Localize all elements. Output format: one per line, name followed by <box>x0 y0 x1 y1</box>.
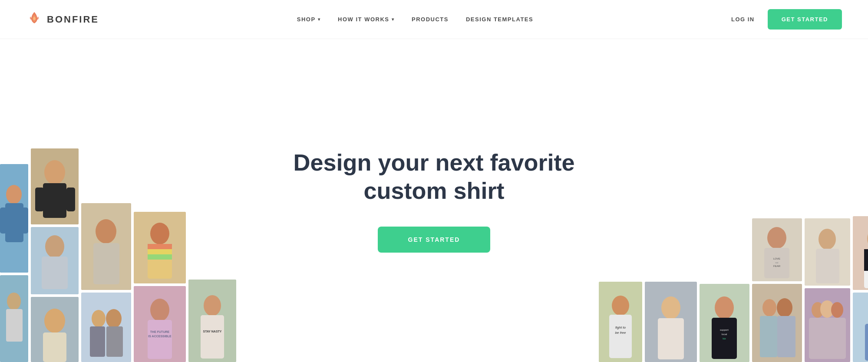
svg-point-34 <box>150 299 169 321</box>
nav-shop[interactable]: SHOP ▾ <box>297 16 320 23</box>
nav-get-started-button[interactable]: GET STARTED <box>768 9 842 30</box>
svg-rect-26 <box>106 326 123 357</box>
logo[interactable]: BONFIRE <box>26 11 99 28</box>
svg-rect-66 <box>777 316 795 357</box>
svg-rect-7 <box>6 309 23 342</box>
svg-rect-2 <box>5 203 23 242</box>
collage-col-5: STAY NASTY <box>188 280 236 362</box>
hero-section: THE FUTURE IS ACCESSIBLE STAY NASTY <box>0 39 868 362</box>
collage-col-r6 <box>853 216 868 362</box>
photo-r3: support local biz <box>700 284 749 362</box>
nav-actions: LOG IN GET STARTED <box>731 9 842 30</box>
svg-rect-21 <box>93 243 119 284</box>
svg-point-51 <box>715 296 734 319</box>
svg-rect-69 <box>816 249 839 283</box>
collage-col-r3: support local biz <box>700 284 749 362</box>
svg-point-17 <box>44 309 65 333</box>
photo-1 <box>0 164 28 273</box>
collage-col-r2 <box>645 282 697 362</box>
photo-r1: fight to be free <box>599 282 642 362</box>
photo-r7 <box>805 288 850 362</box>
svg-point-24 <box>106 309 122 328</box>
svg-point-73 <box>831 302 843 318</box>
svg-point-48 <box>661 296 680 319</box>
svg-point-39 <box>204 295 221 316</box>
svg-rect-11 <box>35 188 44 211</box>
photo-4 <box>31 227 79 294</box>
shop-chevron-icon: ▾ <box>318 17 321 22</box>
brand-name: BONFIRE <box>47 14 99 25</box>
svg-point-1 <box>6 185 22 204</box>
svg-text:support: support <box>720 329 729 331</box>
svg-rect-25 <box>90 326 105 357</box>
svg-text:IS ACCESSIBLE: IS ACCESSIBLE <box>148 335 172 338</box>
hero-content: Design your next favorite custom shirt G… <box>293 148 574 253</box>
collage-col-r1: fight to be free <box>599 282 642 362</box>
svg-text:FEAR: FEAR <box>773 265 781 267</box>
svg-rect-44 <box>609 315 632 358</box>
svg-point-68 <box>818 229 836 250</box>
nav-how-it-works[interactable]: HOW IT WORKS ▾ <box>338 16 394 23</box>
svg-point-64 <box>777 298 792 317</box>
navbar: BONFIRE SHOP ▾ HOW IT WORKS ▾ PRODUCTS D… <box>0 0 868 39</box>
svg-rect-10 <box>43 183 66 218</box>
svg-rect-12 <box>66 188 75 211</box>
svg-text:be free: be free <box>615 331 626 335</box>
photo-9: THE FUTURE IS ACCESSIBLE <box>134 286 186 362</box>
svg-point-43 <box>612 296 629 316</box>
svg-rect-65 <box>760 316 777 357</box>
svg-point-9 <box>44 160 65 184</box>
photo-r6 <box>805 218 850 286</box>
svg-rect-49 <box>658 318 684 359</box>
svg-rect-32 <box>148 254 172 260</box>
photo-7 <box>81 293 131 362</box>
svg-point-6 <box>7 293 21 310</box>
photo-r4: LOVE not FEAR <box>752 218 802 281</box>
collage-col-r4: LOVE not FEAR <box>752 218 802 362</box>
photo-5 <box>31 297 79 362</box>
svg-rect-31 <box>148 249 172 254</box>
svg-point-23 <box>92 310 106 327</box>
photo-8 <box>134 212 186 283</box>
svg-text:THE FUTURE: THE FUTURE <box>150 330 170 333</box>
svg-text:not: not <box>776 261 779 264</box>
photo-10: STAY NASTY <box>188 280 236 362</box>
collage-right: fight to be free <box>599 136 868 362</box>
svg-text:biz: biz <box>723 337 726 340</box>
svg-point-57 <box>767 227 786 249</box>
collage-col-4: THE FUTURE IS ACCESSIBLE <box>134 212 186 362</box>
nav-products[interactable]: PRODUCTS <box>412 16 449 23</box>
svg-text:fight to: fight to <box>615 326 626 329</box>
svg-point-28 <box>150 223 169 244</box>
svg-rect-78 <box>864 249 868 271</box>
svg-text:LOVE: LOVE <box>773 257 780 260</box>
collage-col-2 <box>31 148 79 362</box>
svg-text:STAY NASTY: STAY NASTY <box>203 330 221 333</box>
svg-rect-4 <box>22 207 28 234</box>
photo-r8 <box>853 216 868 290</box>
svg-rect-22 <box>81 293 131 362</box>
hero-get-started-button[interactable]: GET STARTED <box>378 227 491 253</box>
svg-rect-35 <box>148 320 172 359</box>
svg-point-14 <box>45 235 64 258</box>
bonfire-logo-icon <box>26 11 43 28</box>
photo-r2 <box>645 282 697 362</box>
photo-3 <box>31 148 79 224</box>
hero-title: Design your next favorite custom shirt <box>293 148 574 205</box>
svg-rect-18 <box>43 332 66 362</box>
svg-rect-30 <box>148 244 172 249</box>
nav-links: SHOP ▾ HOW IT WORKS ▾ PRODUCTS DESIGN TE… <box>297 16 533 23</box>
svg-rect-74 <box>809 318 846 359</box>
svg-text:local: local <box>722 333 727 336</box>
svg-rect-82 <box>865 324 868 361</box>
collage-col-1 <box>0 164 28 362</box>
nav-design-templates[interactable]: DESIGN TEMPLATES <box>466 16 533 23</box>
svg-rect-40 <box>201 315 224 359</box>
photo-6 <box>81 203 131 290</box>
svg-rect-15 <box>42 257 68 289</box>
svg-rect-3 <box>0 207 7 234</box>
login-link[interactable]: LOG IN <box>731 16 755 23</box>
how-it-works-chevron-icon: ▾ <box>392 17 395 22</box>
photo-r5 <box>752 284 802 362</box>
collage-left: THE FUTURE IS ACCESSIBLE STAY NASTY <box>0 136 269 362</box>
